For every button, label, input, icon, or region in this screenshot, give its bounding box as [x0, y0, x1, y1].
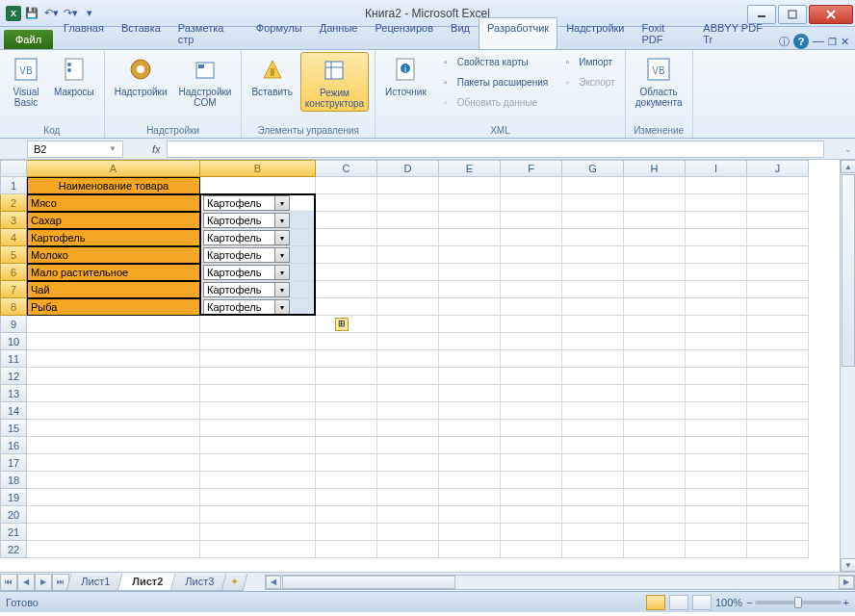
- cell[interactable]: [377, 506, 439, 524]
- column-header[interactable]: B: [200, 160, 316, 177]
- cell[interactable]: [439, 420, 501, 437]
- cell[interactable]: [200, 472, 316, 489]
- cell[interactable]: [624, 541, 686, 558]
- formula-expand-icon[interactable]: ⌄: [842, 144, 855, 154]
- combobox[interactable]: Картофель: [203, 299, 290, 315]
- ribbon-button[interactable]: Вставить: [247, 52, 296, 99]
- cell[interactable]: [200, 368, 316, 385]
- cell[interactable]: [624, 402, 686, 420]
- cell[interactable]: [439, 316, 501, 333]
- cell[interactable]: [501, 177, 562, 194]
- row-header[interactable]: 19: [0, 489, 27, 506]
- cell[interactable]: [200, 524, 316, 541]
- cell[interactable]: [377, 350, 439, 368]
- row-header[interactable]: 12: [0, 368, 27, 385]
- cell[interactable]: [686, 194, 747, 212]
- cell[interactable]: [686, 368, 747, 385]
- cell[interactable]: [501, 350, 562, 368]
- cell[interactable]: [562, 177, 624, 194]
- cell[interactable]: [316, 194, 377, 212]
- vertical-scrollbar[interactable]: ▲ ▼: [840, 160, 855, 572]
- cell[interactable]: [200, 420, 316, 437]
- cell[interactable]: [439, 350, 501, 368]
- cell[interactable]: [316, 385, 377, 402]
- cell[interactable]: [747, 506, 809, 524]
- cell[interactable]: [686, 489, 747, 506]
- cell[interactable]: [624, 420, 686, 437]
- scroll-up-icon[interactable]: ▲: [841, 160, 855, 173]
- hscroll-thumb[interactable]: [282, 576, 455, 589]
- item-cell[interactable]: Мясо: [27, 194, 200, 212]
- row-header[interactable]: 17: [0, 454, 27, 472]
- cell[interactable]: [624, 524, 686, 541]
- cell[interactable]: [439, 506, 501, 524]
- ribbon-button[interactable]: Макросы: [50, 52, 98, 99]
- ribbon-button[interactable]: iИсточник: [381, 52, 430, 99]
- column-header[interactable]: C: [316, 160, 377, 177]
- cell[interactable]: [747, 281, 809, 298]
- zoom-level[interactable]: 100%: [715, 597, 742, 608]
- tab-рецензиров[interactable]: Рецензиров: [366, 17, 442, 49]
- row-header[interactable]: 18: [0, 472, 27, 489]
- item-cell[interactable]: Чай: [27, 281, 200, 298]
- cell[interactable]: [686, 212, 747, 229]
- cell[interactable]: [686, 524, 747, 541]
- cell[interactable]: [747, 472, 809, 489]
- tab-abbyy pdf tr[interactable]: ABBYY PDF Tr: [694, 17, 779, 49]
- cell[interactable]: [747, 264, 809, 281]
- cell[interactable]: [27, 385, 200, 402]
- maximize-button[interactable]: [778, 5, 807, 24]
- cell[interactable]: [624, 298, 686, 316]
- tab-разработчик[interactable]: Разработчик: [479, 17, 557, 49]
- horizontal-scrollbar[interactable]: ◀ ▶: [265, 575, 855, 590]
- spreadsheet-grid[interactable]: ABCDEFGHIJ 12345678910111213141516171819…: [0, 160, 855, 572]
- row-header[interactable]: 22: [0, 541, 27, 558]
- row-header[interactable]: 1: [0, 177, 27, 194]
- cell[interactable]: [686, 350, 747, 368]
- row-header[interactable]: 6: [0, 264, 27, 281]
- cell[interactable]: [747, 316, 809, 333]
- scroll-down-icon[interactable]: ▼: [841, 558, 855, 572]
- sheet-tab[interactable]: Лист1: [66, 574, 125, 591]
- cell[interactable]: [747, 177, 809, 194]
- combobox[interactable]: Картофель: [203, 195, 290, 211]
- cell[interactable]: [377, 385, 439, 402]
- cell[interactable]: [562, 506, 624, 524]
- cell[interactable]: [27, 454, 200, 472]
- cell[interactable]: [200, 506, 316, 524]
- cell[interactable]: [439, 489, 501, 506]
- cell[interactable]: [200, 350, 316, 368]
- row-header[interactable]: 13: [0, 385, 27, 402]
- cell[interactable]: [316, 437, 377, 454]
- column-header[interactable]: J: [747, 160, 809, 177]
- doc-close-icon[interactable]: ✕: [841, 36, 849, 48]
- cell[interactable]: [624, 437, 686, 454]
- autofill-options-icon[interactable]: ⊞: [335, 318, 349, 331]
- row-header[interactable]: 16: [0, 437, 27, 454]
- cell[interactable]: [747, 402, 809, 420]
- cell[interactable]: [562, 454, 624, 472]
- cell[interactable]: [439, 194, 501, 212]
- cell[interactable]: [439, 472, 501, 489]
- cell[interactable]: [377, 212, 439, 229]
- cell[interactable]: [439, 385, 501, 402]
- cell[interactable]: [624, 333, 686, 350]
- tab-вид[interactable]: Вид: [442, 17, 479, 49]
- cell[interactable]: [686, 229, 747, 246]
- cell[interactable]: [377, 489, 439, 506]
- cell[interactable]: [562, 472, 624, 489]
- cell[interactable]: [316, 246, 377, 264]
- cell[interactable]: [200, 333, 316, 350]
- formula-input[interactable]: [167, 141, 824, 158]
- cell[interactable]: [501, 212, 562, 229]
- cell[interactable]: [316, 506, 377, 524]
- cell[interactable]: [562, 212, 624, 229]
- tab-надстройки[interactable]: Надстройки: [557, 17, 633, 49]
- cell[interactable]: [624, 194, 686, 212]
- save-icon[interactable]: 💾: [23, 5, 40, 22]
- cell[interactable]: [747, 350, 809, 368]
- cell[interactable]: [501, 524, 562, 541]
- cell[interactable]: [747, 454, 809, 472]
- cell[interactable]: [686, 454, 747, 472]
- sheet-tab[interactable]: Лист2: [117, 574, 178, 591]
